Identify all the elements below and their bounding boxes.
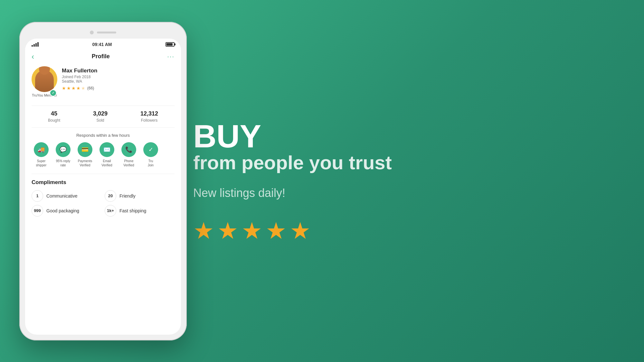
stat-sold: 3,029 Sold [93, 110, 108, 123]
compliment-label-shipping: Fast shipping [119, 208, 175, 213]
signal-bar-1 [32, 45, 33, 47]
star-4: ★ [76, 86, 80, 91]
phone-verified-icon: 📞 [121, 142, 136, 157]
battery-fill [166, 43, 173, 46]
email-verified-icon: ✉️ [99, 142, 114, 157]
stat-followers-number: 12,312 [140, 110, 158, 117]
compliment-count-4: 1k+ [105, 205, 116, 217]
signal-bar-3 [35, 43, 37, 47]
stats-row: 45 Bought 3,029 Sold 12,312 Followers [32, 106, 175, 128]
subtext: New listings daily! [193, 186, 618, 200]
phone-frame: 09:41 AM ‹ Profile ··· [19, 22, 187, 340]
stat-bought: 45 Bought [48, 110, 60, 123]
compliments-section: Compliments 1 Communicative 20 Friendly … [25, 179, 181, 217]
verified-icon: ✓ [52, 91, 54, 95]
big-star-3: ★ [242, 219, 262, 242]
compliment-count-2: 20 [105, 190, 116, 202]
big-stars-row: ★ ★ ★ ★ ★ [193, 219, 618, 242]
status-time: 09:41 AM [92, 42, 112, 47]
compliment-label-communicative: Communicative [46, 193, 101, 199]
signal-bar-4 [37, 42, 39, 47]
star-5: ★ [81, 86, 85, 91]
badge-tru-join-label: TruJoin [148, 159, 154, 167]
response-section: Responds within a few hours 🚚 Supershipp… [25, 133, 181, 167]
compliment-label-friendly: Friendly [119, 193, 175, 199]
badge-email-verified-label: EmailVerified [101, 159, 112, 167]
stat-bought-label: Bought [48, 118, 60, 123]
stat-sold-number: 3,029 [93, 110, 108, 117]
profile-section: ✓ TruYou Member Max Fullerton Joined Feb… [25, 66, 181, 106]
avatar-container: ✓ TruYou Member [32, 66, 57, 97]
badge-super-shipper: 🚚 Supershipper [32, 142, 51, 167]
profile-top: ✓ TruYou Member Max Fullerton Joined Feb… [32, 66, 175, 97]
profile-name: Max Fullerton [62, 68, 175, 74]
star-2: ★ [67, 86, 71, 91]
badge-payments-verified-label: PaymentsVerified [78, 159, 92, 167]
profile-joined: Joined Feb 2018 [62, 75, 175, 79]
status-bar: 09:41 AM [25, 39, 181, 49]
compliment-label-packaging: Good packaging [46, 208, 101, 213]
verified-badge: ✓ [50, 89, 57, 97]
phone-screen: 09:41 AM ‹ Profile ··· [25, 39, 181, 335]
tru-join-icon: ✓ [143, 142, 158, 157]
profile-location: Seattle, WA [62, 79, 175, 84]
badge-super-shipper-label: Supershipper [36, 159, 47, 167]
more-button[interactable]: ··· [167, 53, 175, 60]
stat-followers-label: Followers [141, 118, 157, 123]
big-star-2: ★ [217, 219, 238, 242]
badge-payments-verified: 💳 PaymentsVerified [75, 142, 95, 167]
compliment-row-1: 1 Communicative 20 Friendly [32, 190, 175, 202]
response-title: Responds within a few hours [32, 133, 175, 138]
section-divider [32, 174, 175, 174]
badge-tru-join: ✓ TruJoin [141, 142, 160, 167]
headline-buy: BUY [193, 120, 618, 152]
star-1: ★ [62, 86, 66, 91]
star-3: ★ [71, 86, 76, 91]
avatar [32, 66, 57, 92]
payments-verified-icon: 💳 [78, 142, 92, 157]
compliment-count-3: 999 [32, 205, 43, 217]
badge-reply-rate: 💬 95% replyrate [53, 142, 73, 167]
badge-reply-rate-label: 95% replyrate [56, 159, 70, 167]
stat-followers: 12,312 Followers [140, 110, 158, 123]
signal-bars [32, 42, 39, 47]
stat-bought-number: 45 [48, 110, 60, 117]
profile-info: Max Fullerton Joined Feb 2018 Seattle, W… [62, 66, 175, 91]
nav-bar: ‹ Profile ··· [25, 49, 181, 66]
compliments-title: Compliments [32, 179, 175, 186]
compliment-row-2: 999 Good packaging 1k+ Fast shipping [32, 205, 175, 217]
badge-phone-verified-label: PhoneVerified [123, 159, 134, 167]
right-content: BUY from people you trust New listings d… [167, 120, 644, 242]
phone-top-bar [25, 28, 181, 37]
back-button[interactable]: ‹ [32, 52, 34, 61]
stat-sold-label: Sold [96, 118, 104, 123]
phone-camera [90, 31, 94, 34]
page-title: Profile [92, 53, 110, 60]
badge-email-verified: ✉️ EmailVerified [97, 142, 117, 167]
badges-row: 🚚 Supershipper 💬 95% replyrate 💳 Payment… [32, 142, 175, 167]
phone-speaker [97, 32, 116, 33]
big-star-1: ★ [193, 219, 214, 242]
battery-icon [166, 42, 175, 47]
profile-stars: ★ ★ ★ ★ ★ (66) [62, 86, 175, 91]
star-count: (66) [87, 86, 94, 90]
super-shipper-icon: 🚚 [34, 142, 49, 157]
compliment-count-1: 1 [32, 190, 43, 202]
headline-sub: from people you trust [193, 152, 618, 173]
big-star-4: ★ [266, 219, 287, 242]
phone-mockup: 09:41 AM ‹ Profile ··· [19, 22, 187, 340]
avatar-person-shape [35, 70, 54, 92]
signal-bar-2 [33, 44, 35, 47]
big-star-5: ★ [290, 219, 311, 242]
badge-phone-verified: 📞 PhoneVerified [119, 142, 138, 167]
reply-rate-icon: 💬 [56, 142, 71, 157]
